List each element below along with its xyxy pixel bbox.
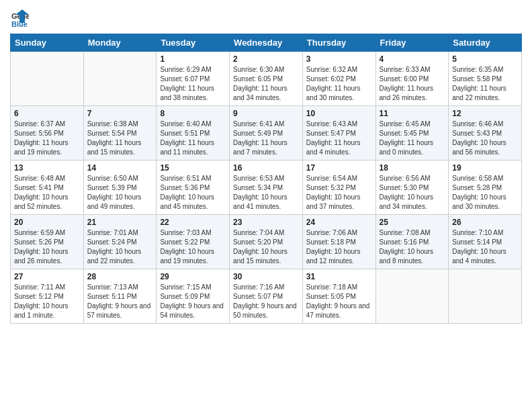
day-info: Sunrise: 6:33 AM Sunset: 6:00 PM Dayligh… bbox=[380, 65, 445, 103]
weekday-header: Saturday bbox=[449, 34, 522, 52]
day-number: 9 bbox=[233, 109, 299, 118]
calendar-cell: 23Sunrise: 7:04 AM Sunset: 5:20 PM Dayli… bbox=[230, 215, 303, 269]
day-number: 26 bbox=[452, 218, 518, 227]
day-number: 16 bbox=[233, 163, 299, 173]
day-info: Sunrise: 6:48 AM Sunset: 5:41 PM Dayligh… bbox=[14, 174, 80, 212]
day-info: Sunrise: 6:30 AM Sunset: 6:05 PM Dayligh… bbox=[233, 65, 299, 103]
day-info: Sunrise: 6:41 AM Sunset: 5:49 PM Dayligh… bbox=[233, 120, 299, 157]
calendar-cell: 9Sunrise: 6:41 AM Sunset: 5:49 PM Daylig… bbox=[230, 106, 303, 161]
day-number: 21 bbox=[87, 218, 153, 227]
calendar-cell bbox=[449, 269, 522, 324]
calendar-cell bbox=[375, 269, 449, 324]
day-info: Sunrise: 6:54 AM Sunset: 5:32 PM Dayligh… bbox=[306, 174, 372, 212]
calendar-cell: 5Sunrise: 6:35 AM Sunset: 5:58 PM Daylig… bbox=[449, 52, 522, 106]
day-number: 5 bbox=[452, 54, 518, 64]
calendar-week-row: 6Sunrise: 6:37 AM Sunset: 5:56 PM Daylig… bbox=[11, 106, 522, 161]
calendar-cell: 31Sunrise: 7:18 AM Sunset: 5:05 PM Dayli… bbox=[302, 269, 375, 324]
day-number: 28 bbox=[87, 272, 153, 281]
day-number: 11 bbox=[380, 109, 445, 118]
calendar-cell: 28Sunrise: 7:13 AM Sunset: 5:11 PM Dayli… bbox=[83, 269, 157, 324]
day-number: 31 bbox=[306, 272, 372, 281]
day-info: Sunrise: 6:37 AM Sunset: 5:56 PM Dayligh… bbox=[14, 120, 80, 157]
calendar-cell: 21Sunrise: 7:01 AM Sunset: 5:24 PM Dayli… bbox=[83, 215, 157, 269]
calendar-cell: 7Sunrise: 6:38 AM Sunset: 5:54 PM Daylig… bbox=[83, 106, 157, 161]
day-number: 23 bbox=[233, 218, 299, 227]
weekday-header: Thursday bbox=[302, 34, 375, 52]
calendar-header-row: SundayMondayTuesdayWednesdayThursdayFrid… bbox=[11, 34, 522, 52]
day-info: Sunrise: 6:58 AM Sunset: 5:28 PM Dayligh… bbox=[452, 174, 518, 212]
calendar-cell: 6Sunrise: 6:37 AM Sunset: 5:56 PM Daylig… bbox=[11, 106, 84, 161]
day-info: Sunrise: 7:08 AM Sunset: 5:16 PM Dayligh… bbox=[380, 228, 445, 266]
day-number: 18 bbox=[380, 163, 445, 173]
day-number: 20 bbox=[14, 218, 80, 227]
day-info: Sunrise: 6:46 AM Sunset: 5:43 PM Dayligh… bbox=[452, 120, 518, 157]
weekday-header: Tuesday bbox=[157, 34, 230, 52]
day-number: 27 bbox=[14, 272, 80, 281]
day-number: 10 bbox=[306, 109, 372, 118]
day-info: Sunrise: 6:56 AM Sunset: 5:30 PM Dayligh… bbox=[380, 174, 445, 212]
day-number: 14 bbox=[87, 163, 153, 173]
calendar-cell: 13Sunrise: 6:48 AM Sunset: 5:41 PM Dayli… bbox=[11, 161, 84, 215]
calendar-week-row: 27Sunrise: 7:11 AM Sunset: 5:12 PM Dayli… bbox=[11, 269, 522, 324]
day-number: 15 bbox=[160, 163, 226, 173]
day-number: 6 bbox=[14, 109, 80, 118]
day-number: 2 bbox=[233, 54, 299, 64]
calendar-cell: 29Sunrise: 7:15 AM Sunset: 5:09 PM Dayli… bbox=[157, 269, 230, 324]
calendar-table: SundayMondayTuesdayWednesdayThursdayFrid… bbox=[10, 34, 522, 324]
day-info: Sunrise: 7:04 AM Sunset: 5:20 PM Dayligh… bbox=[233, 228, 299, 266]
day-info: Sunrise: 6:29 AM Sunset: 6:07 PM Dayligh… bbox=[160, 65, 226, 103]
day-info: Sunrise: 7:01 AM Sunset: 5:24 PM Dayligh… bbox=[87, 228, 153, 266]
day-number: 3 bbox=[306, 54, 372, 64]
day-number: 17 bbox=[306, 163, 372, 173]
day-number: 8 bbox=[160, 109, 226, 118]
day-info: Sunrise: 7:11 AM Sunset: 5:12 PM Dayligh… bbox=[14, 283, 80, 320]
day-info: Sunrise: 6:32 AM Sunset: 6:02 PM Dayligh… bbox=[306, 65, 372, 103]
calendar-cell: 8Sunrise: 6:40 AM Sunset: 5:51 PM Daylig… bbox=[157, 106, 230, 161]
calendar-cell: 19Sunrise: 6:58 AM Sunset: 5:28 PM Dayli… bbox=[449, 161, 522, 215]
day-number: 30 bbox=[233, 272, 299, 281]
calendar-cell: 1Sunrise: 6:29 AM Sunset: 6:07 PM Daylig… bbox=[157, 52, 230, 106]
day-info: Sunrise: 7:15 AM Sunset: 5:09 PM Dayligh… bbox=[160, 283, 226, 320]
calendar-cell: 22Sunrise: 7:03 AM Sunset: 5:22 PM Dayli… bbox=[157, 215, 230, 269]
day-info: Sunrise: 7:03 AM Sunset: 5:22 PM Dayligh… bbox=[160, 228, 226, 266]
day-number: 24 bbox=[306, 218, 372, 227]
calendar-cell: 11Sunrise: 6:45 AM Sunset: 5:45 PM Dayli… bbox=[375, 106, 449, 161]
calendar-cell: 4Sunrise: 6:33 AM Sunset: 6:00 PM Daylig… bbox=[375, 52, 449, 106]
page: General Blue SundayMondayTuesdayWednesda… bbox=[0, 0, 532, 411]
calendar-cell: 15Sunrise: 6:51 AM Sunset: 5:36 PM Dayli… bbox=[157, 161, 230, 215]
day-info: Sunrise: 7:06 AM Sunset: 5:18 PM Dayligh… bbox=[306, 228, 372, 266]
weekday-header: Sunday bbox=[11, 34, 84, 52]
calendar-cell: 16Sunrise: 6:53 AM Sunset: 5:34 PM Dayli… bbox=[230, 161, 303, 215]
day-info: Sunrise: 7:10 AM Sunset: 5:14 PM Dayligh… bbox=[452, 228, 518, 266]
calendar-cell bbox=[11, 52, 84, 106]
day-info: Sunrise: 6:53 AM Sunset: 5:34 PM Dayligh… bbox=[233, 174, 299, 212]
logo-icon: General Blue bbox=[10, 9, 29, 28]
weekday-header: Friday bbox=[375, 34, 449, 52]
day-info: Sunrise: 6:45 AM Sunset: 5:45 PM Dayligh… bbox=[380, 120, 445, 157]
calendar-cell: 10Sunrise: 6:43 AM Sunset: 5:47 PM Dayli… bbox=[302, 106, 375, 161]
calendar-cell: 17Sunrise: 6:54 AM Sunset: 5:32 PM Dayli… bbox=[302, 161, 375, 215]
day-number: 19 bbox=[452, 163, 518, 173]
day-number: 1 bbox=[160, 54, 226, 64]
day-number: 22 bbox=[160, 218, 226, 227]
day-number: 29 bbox=[160, 272, 226, 281]
calendar-cell: 24Sunrise: 7:06 AM Sunset: 5:18 PM Dayli… bbox=[302, 215, 375, 269]
day-info: Sunrise: 7:18 AM Sunset: 5:05 PM Dayligh… bbox=[306, 283, 372, 320]
calendar-week-row: 1Sunrise: 6:29 AM Sunset: 6:07 PM Daylig… bbox=[11, 52, 522, 106]
calendar-cell: 20Sunrise: 6:59 AM Sunset: 5:26 PM Dayli… bbox=[11, 215, 84, 269]
day-info: Sunrise: 6:40 AM Sunset: 5:51 PM Dayligh… bbox=[160, 120, 226, 157]
calendar-cell: 18Sunrise: 6:56 AM Sunset: 5:30 PM Dayli… bbox=[375, 161, 449, 215]
day-number: 12 bbox=[452, 109, 518, 118]
day-info: Sunrise: 6:50 AM Sunset: 5:39 PM Dayligh… bbox=[87, 174, 153, 212]
day-info: Sunrise: 6:51 AM Sunset: 5:36 PM Dayligh… bbox=[160, 174, 226, 212]
svg-text:Blue: Blue bbox=[11, 20, 28, 28]
day-info: Sunrise: 6:43 AM Sunset: 5:47 PM Dayligh… bbox=[306, 120, 372, 157]
day-number: 4 bbox=[380, 54, 445, 64]
day-number: 25 bbox=[380, 218, 445, 227]
calendar-cell: 12Sunrise: 6:46 AM Sunset: 5:43 PM Dayli… bbox=[449, 106, 522, 161]
weekday-header: Monday bbox=[83, 34, 157, 52]
calendar-week-row: 20Sunrise: 6:59 AM Sunset: 5:26 PM Dayli… bbox=[11, 215, 522, 269]
day-info: Sunrise: 6:38 AM Sunset: 5:54 PM Dayligh… bbox=[87, 120, 153, 157]
calendar-cell bbox=[83, 52, 157, 106]
calendar-cell: 25Sunrise: 7:08 AM Sunset: 5:16 PM Dayli… bbox=[375, 215, 449, 269]
